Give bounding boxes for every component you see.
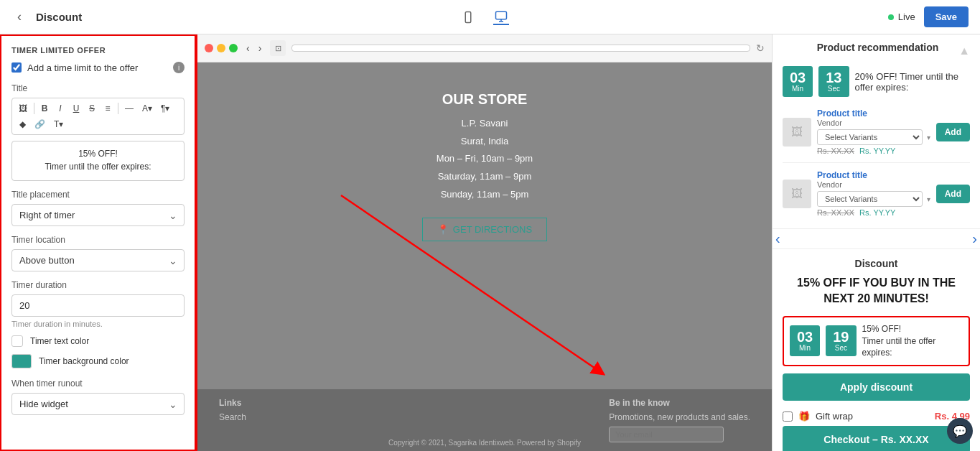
image-btn[interactable]: 🖼 (15, 101, 31, 116)
product-2-add-btn[interactable]: Add (936, 185, 970, 203)
discount-section-label: Discount (783, 258, 970, 269)
add-time-limit-row: Add a time limit to the offer i (11, 62, 185, 73)
product-1-chevron: ▾ (927, 134, 930, 141)
timer-location-select[interactable]: Above button Below button Before title (11, 249, 185, 271)
chat-bubble[interactable]: 💬 (947, 418, 973, 444)
product-divider (783, 162, 970, 163)
footer-know: Be in the know Promotions, new products … (609, 398, 750, 442)
back-nav-btn[interactable]: ‹ (243, 41, 253, 55)
store-address: L.P. Savani Surat, India Mon – Fri, 10am… (437, 115, 533, 203)
gift-icon: 🎁 (798, 411, 810, 422)
timer-duration-label: Timer duration (11, 280, 185, 290)
get-directions-button[interactable]: 📍 GET DIRECTIONS (422, 218, 547, 241)
link-btn[interactable]: 🔗 (31, 117, 49, 131)
product-2-title: Product title (817, 170, 930, 180)
product-row-1: 🖼 Product title Vendor Select Variants ▾… (783, 104, 970, 159)
add-time-limit-label: Add a time limit to the offer (27, 62, 138, 73)
discount-timer-row: 03 Min 19 Sec 15% OFF! Timer until the o… (783, 316, 970, 366)
gift-wrap-checkbox[interactable] (783, 412, 793, 422)
strikethrough-btn[interactable]: S (85, 101, 99, 116)
browser-page: OUR STORE L.P. Savani Surat, India Mon –… (197, 62, 772, 451)
desktop-device-icon[interactable] (493, 9, 509, 25)
product-1-thumb: 🖼 (783, 118, 811, 147)
rich-text-toolbar: 🖼 B I U S ≡ — A▾ ¶▾ ◆ 🔗 T▾ (11, 98, 185, 135)
checkout-button[interactable]: Checkout – Rs. XX.XX (783, 426, 970, 451)
product-1-vendor: Vendor (817, 118, 930, 127)
timer-text-color-toggle[interactable] (11, 335, 23, 347)
timer-duration-input[interactable] (11, 294, 185, 317)
top-bar: ‹ Discount Live Save (0, 0, 980, 34)
timer-bg-color-row: Timer background color (11, 354, 185, 368)
italic-btn[interactable]: I (53, 101, 67, 116)
back-button[interactable]: ‹ (11, 6, 27, 27)
title-preview: 15% OFF! Timer until the offer expires: (11, 141, 185, 181)
timer-text-color-row: Timer text color (11, 335, 185, 347)
product-2-price: Rs. XX.XX Rs. YY.YY (817, 208, 930, 217)
top-timer-text: 20% OFF! Timer until the offer expires: (855, 71, 971, 93)
live-label: Live (898, 11, 915, 22)
gift-wrap-row: 🎁 Gift wrap Rs. 4.99 (783, 406, 970, 426)
title-preview-line1: 15% OFF! (18, 147, 178, 160)
tl-green (229, 44, 238, 52)
store-name: OUR STORE (442, 91, 528, 108)
save-button[interactable]: Save (924, 6, 969, 27)
timer-text-color-label: Timer text color (30, 336, 89, 346)
divider (34, 103, 34, 114)
main-layout: TIMER LIMITED OFFER Add a time limit to … (0, 34, 980, 451)
bold-btn[interactable]: B (37, 101, 52, 116)
product-2-variants-row: Select Variants ▾ (817, 191, 930, 207)
product-2-vendor: Vendor (817, 180, 930, 189)
svg-rect-2 (496, 11, 507, 19)
discount-timer-min-block: 03 Min (790, 325, 820, 356)
split-view-btn[interactable]: ⊡ (270, 40, 286, 56)
product-recommendation-section: Product recommendation ▲ 03 Min 13 Sec 2… (773, 34, 980, 229)
when-timer-runout-label: When timer runout (11, 378, 185, 389)
paragraph-btn[interactable]: ¶▾ (157, 101, 173, 116)
title-preview-line2: Timer until the offer expires: (18, 160, 178, 173)
title-field-label: Title (11, 83, 185, 93)
email-input[interactable] (609, 427, 724, 442)
minus-btn[interactable]: — (121, 101, 137, 116)
slide-prev-btn[interactable]: ‹ (775, 231, 780, 247)
add-time-limit-checkbox[interactable] (11, 62, 22, 73)
text-style-btn[interactable]: T▾ (50, 117, 67, 131)
top-bar-left: ‹ Discount (11, 6, 82, 27)
timer-duration-hint: Timer duration in minutes. (11, 320, 185, 328)
slide-nav: ‹ › (773, 229, 980, 249)
live-indicator: Live (888, 11, 915, 22)
mobile-device-icon[interactable] (460, 9, 476, 25)
tl-red (205, 44, 213, 52)
product-1-variants-row: Select Variants ▾ (817, 129, 930, 145)
divider2 (118, 103, 118, 114)
slide-next-btn[interactable]: › (972, 231, 977, 247)
product-1-variants-select[interactable]: Select Variants (817, 129, 923, 145)
when-timer-runout-select[interactable]: Hide widget Show widget Reset timer (11, 393, 185, 415)
recommendation-title: Product recommendation (817, 42, 939, 53)
title-placement-select[interactable]: Right of timer Left of timer Above timer… (11, 204, 185, 226)
traffic-lights (205, 44, 238, 52)
apply-discount-button[interactable]: Apply discount (783, 373, 970, 401)
underline-btn[interactable]: U (69, 101, 83, 116)
discount-timer-text: 15% OFF! Timer until the offer expires: (862, 323, 963, 359)
timer-bg-color-swatch[interactable] (11, 354, 32, 368)
dropcap-btn[interactable]: ◆ (15, 117, 29, 131)
product-2-info: Product title Vendor Select Variants ▾ R… (817, 170, 930, 217)
product-2-variants-select[interactable]: Select Variants (817, 191, 923, 207)
font-color-btn[interactable]: A▾ (139, 101, 156, 116)
section-title: TIMER LIMITED OFFER (11, 46, 185, 55)
top-timer-min-block: 03 Min (783, 66, 813, 97)
copyright: Copyright © 2021, Sagarika Identixweb. P… (388, 439, 581, 447)
collapse-btn[interactable]: ▲ (958, 45, 970, 57)
refresh-btn[interactable]: ↻ (756, 42, 765, 54)
product-row-2: 🖼 Product title Vendor Select Variants ▾… (783, 166, 970, 221)
top-timer-display: 03 Min 13 Sec 20% OFF! Timer until the o… (783, 66, 970, 97)
timer-bg-color-label: Timer background color (39, 356, 129, 366)
nav-buttons: ‹ › (243, 41, 264, 55)
product-2-thumb-icon: 🖼 (791, 187, 803, 200)
list-btn[interactable]: ≡ (101, 101, 115, 116)
title-placement-label: Title placement (11, 190, 185, 200)
product-1-add-btn[interactable]: Add (936, 123, 970, 141)
forward-nav-btn[interactable]: › (256, 41, 265, 55)
url-bar[interactable] (291, 45, 750, 52)
discount-section: Discount 15% OFF IF YOU BUY IN THE NEXT … (773, 249, 980, 451)
